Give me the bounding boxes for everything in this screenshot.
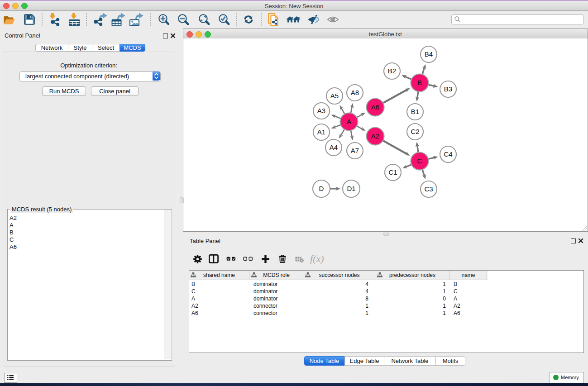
svg-text:A6: A6 — [371, 103, 379, 111]
svg-text:C4: C4 — [444, 150, 452, 158]
svg-text:D: D — [319, 185, 324, 192]
svg-text:C1: C1 — [388, 168, 397, 176]
svg-text:A: A — [347, 118, 351, 125]
svg-text:C: C — [417, 157, 422, 165]
svg-text:B: B — [417, 79, 422, 86]
svg-text:A3: A3 — [317, 107, 325, 114]
svg-text:A4: A4 — [330, 143, 338, 151]
svg-text:B2: B2 — [388, 67, 396, 75]
svg-text:A8: A8 — [351, 89, 359, 96]
svg-text:A5: A5 — [330, 92, 339, 100]
svg-text:C3: C3 — [424, 185, 433, 193]
svg-text:B3: B3 — [444, 85, 452, 93]
svg-text:B1: B1 — [411, 108, 419, 115]
svg-text:A7: A7 — [351, 147, 359, 154]
svg-text:D1: D1 — [347, 185, 355, 192]
svg-text:A2: A2 — [371, 132, 379, 140]
svg-text:B4: B4 — [425, 50, 433, 58]
svg-text:C2: C2 — [411, 128, 419, 135]
svg-text:A1: A1 — [317, 128, 325, 136]
